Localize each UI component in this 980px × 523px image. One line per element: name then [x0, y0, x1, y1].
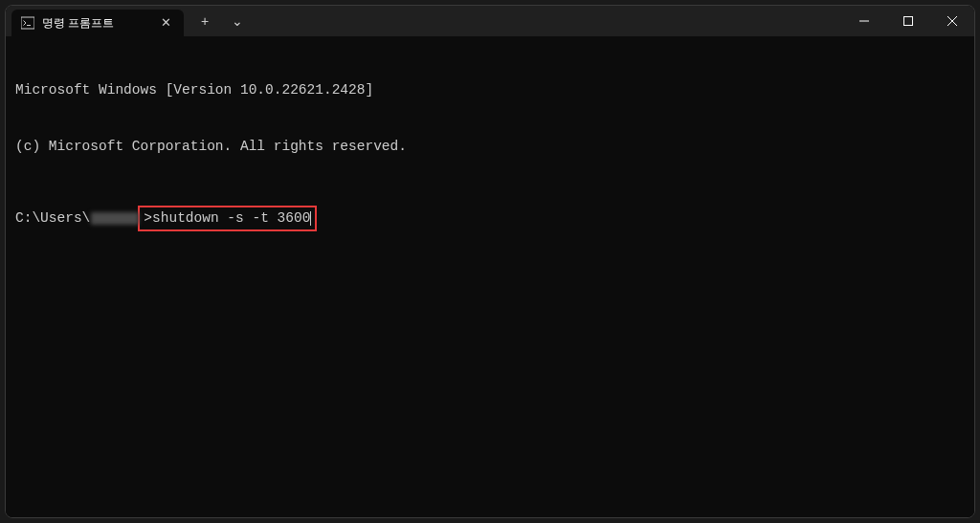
close-button[interactable]: [930, 6, 974, 36]
titlebar-drag-area[interactable]: [258, 6, 842, 36]
active-tab[interactable]: 명령 프롬프트 ✕: [11, 10, 184, 36]
prompt-line: C:\Users\>shutdown -s -t 3600: [15, 206, 965, 232]
tab-close-button[interactable]: ✕: [157, 14, 174, 32]
svg-rect-3: [904, 17, 913, 26]
terminal-output[interactable]: Microsoft Windows [Version 10.0.22621.24…: [6, 36, 974, 517]
window-controls: [842, 6, 974, 36]
tab-title: 명령 프롬프트: [42, 15, 149, 32]
command-text: shutdown -s -t 3600: [152, 209, 310, 229]
text-cursor: [310, 211, 311, 226]
new-tab-button[interactable]: +: [191, 8, 218, 34]
svg-rect-0: [21, 17, 34, 29]
prompt-prefix: C:\Users\: [15, 209, 90, 229]
version-line: Microsoft Windows [Version 10.0.22621.24…: [15, 81, 965, 100]
copyright-line: (c) Microsoft Corporation. All rights re…: [15, 138, 965, 157]
maximize-button[interactable]: [886, 6, 930, 36]
command-highlight: >shutdown -s -t 3600: [138, 206, 317, 232]
minimize-button[interactable]: [842, 6, 886, 36]
titlebar: 명령 프롬프트 ✕ + ⌄: [6, 6, 974, 36]
tab-actions: + ⌄: [184, 6, 258, 36]
prompt-suffix: >: [144, 209, 152, 229]
cmd-icon: [21, 16, 34, 30]
terminal-window: 명령 프롬프트 ✕ + ⌄ Microsoft Windows [Version…: [5, 5, 975, 518]
redacted-username: [91, 212, 139, 225]
tab-dropdown-button[interactable]: ⌄: [224, 8, 251, 34]
